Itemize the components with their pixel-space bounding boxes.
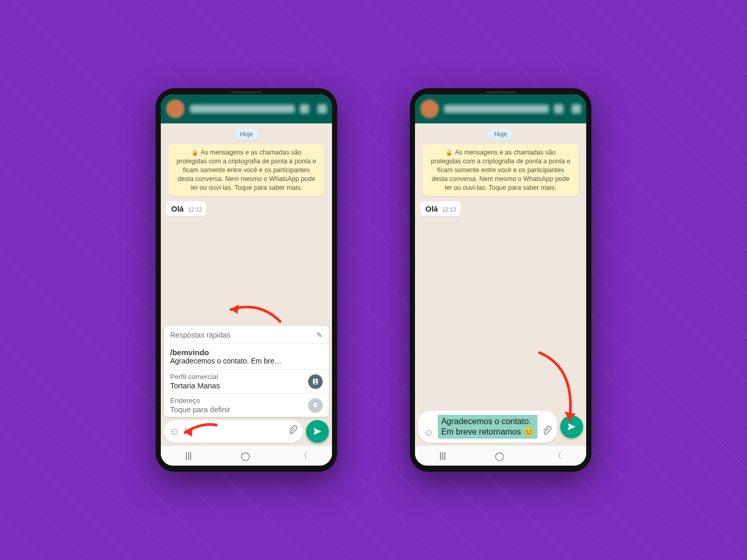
- attach-icon[interactable]: [542, 426, 552, 439]
- contact-name-blurred: [444, 105, 549, 113]
- chat-header[interactable]: [161, 94, 332, 123]
- call-icon[interactable]: [300, 104, 309, 114]
- quick-reply-item[interactable]: /bemvindo Agradecemos o contato. Em bre…: [164, 344, 329, 370]
- date-chip: Hoje: [489, 129, 513, 140]
- message-text: Olá: [171, 204, 184, 213]
- message-time: 12:12: [188, 206, 202, 213]
- recent-apps-icon[interactable]: |||: [185, 451, 191, 460]
- business-profile-value: Tortaria Manas: [170, 382, 220, 390]
- screen: Hoje 🔒As mensagens e as chamadas são pro…: [415, 94, 586, 466]
- chat-header[interactable]: [415, 94, 586, 123]
- android-navbar: ||| ◯ 〈: [161, 446, 332, 466]
- address-row[interactable]: Endereço Toque para definir: [164, 394, 329, 417]
- quick-reply-shortcut: /bemvindo: [170, 348, 323, 357]
- input-text: /: [184, 426, 283, 437]
- avatar[interactable]: [420, 100, 439, 118]
- incoming-message[interactable]: Olá 12:12: [166, 201, 206, 216]
- call-icon[interactable]: [554, 104, 563, 114]
- home-icon[interactable]: ◯: [241, 451, 250, 461]
- encryption-banner[interactable]: 🔒As mensagens e as chamadas são protegid…: [423, 144, 578, 196]
- home-icon[interactable]: ◯: [495, 451, 504, 461]
- svg-marker-3: [231, 304, 239, 314]
- screen: Hoje 🔒As mensagens e as chamadas são pro…: [161, 94, 332, 466]
- encryption-banner[interactable]: 🔒As mensagens e as chamadas são protegid…: [169, 144, 324, 196]
- recent-apps-icon[interactable]: |||: [439, 451, 446, 460]
- message-input[interactable]: ☺ Agradecemos o contato. Em breve retorn…: [418, 411, 557, 443]
- phone-left: Hoje 🔒As mensagens e as chamadas são pro…: [156, 88, 337, 472]
- annotation-arrow: [223, 298, 285, 329]
- message-text: Olá: [425, 204, 438, 213]
- back-icon[interactable]: 〈: [299, 451, 308, 461]
- edit-icon[interactable]: ✎: [316, 331, 323, 339]
- phone-right: Hoje 🔒As mensagens e as chamadas são pro…: [410, 88, 591, 472]
- quick-replies-title: Respostas rápidas: [170, 331, 230, 339]
- input-text: Agradecemos o contato. Em breve retornam…: [438, 415, 537, 439]
- quick-replies-header: Respostas rápidas ✎: [164, 326, 329, 344]
- input-row: ☺ /: [164, 420, 329, 443]
- send-button[interactable]: [560, 415, 583, 438]
- emoji-icon[interactable]: ☺: [423, 427, 434, 439]
- back-icon[interactable]: 〈: [554, 451, 562, 461]
- lock-icon: 🔒: [446, 149, 453, 156]
- chat-area: Hoje 🔒As mensagens e as chamadas são pro…: [415, 123, 586, 446]
- business-profile-label: Perfil comercial: [170, 373, 220, 381]
- svg-point-2: [315, 404, 316, 405]
- send-button[interactable]: [306, 420, 329, 443]
- incoming-message[interactable]: Olá 12:12: [420, 201, 461, 216]
- menu-icon[interactable]: [317, 104, 327, 114]
- emoji-icon[interactable]: ☺: [169, 426, 179, 438]
- business-profile-row[interactable]: Perfil comercial Tortaria Manas: [164, 370, 329, 394]
- date-chip: Hoje: [235, 129, 258, 140]
- location-icon: [308, 398, 323, 413]
- avatar[interactable]: [166, 100, 185, 118]
- chat-area: Hoje 🔒As mensagens e as chamadas são pro…: [161, 123, 332, 446]
- lock-icon: 🔒: [191, 149, 199, 156]
- input-row: ☺ Agradecemos o contato. Em breve retorn…: [418, 411, 583, 443]
- menu-icon[interactable]: [572, 104, 581, 114]
- address-label: Endereço: [170, 397, 230, 404]
- contact-name-blurred: [190, 105, 295, 113]
- profile-icon: [308, 374, 323, 389]
- android-navbar: ||| ◯ 〈: [415, 446, 586, 466]
- message-time: 12:12: [442, 206, 457, 213]
- svg-point-1: [314, 380, 316, 382]
- attach-icon[interactable]: [287, 425, 298, 438]
- message-input[interactable]: ☺ /: [164, 420, 303, 443]
- address-value: Toque para definir: [170, 405, 230, 414]
- quick-replies-panel: Respostas rápidas ✎ /bemvindo Agradecemo…: [164, 326, 329, 417]
- quick-reply-preview: Agradecemos o contato. Em bre…: [170, 357, 323, 365]
